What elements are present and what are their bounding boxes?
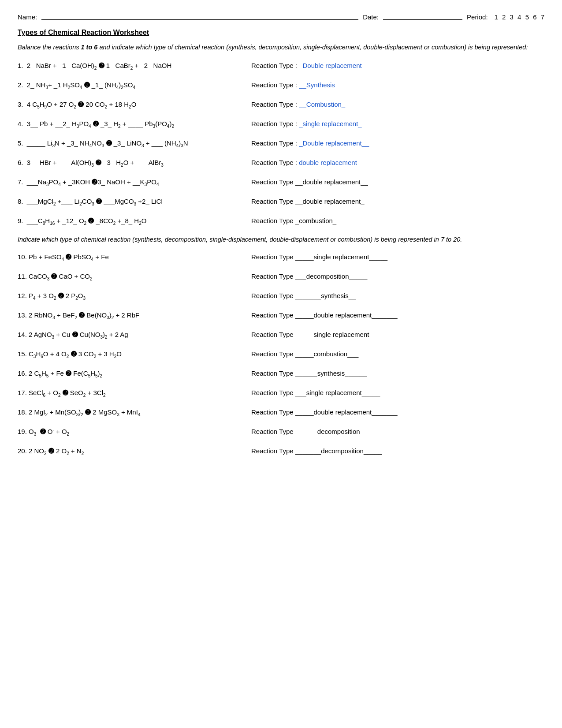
header: Name: Date: Period: 1 2 3 4 5 6 7 <box>18 13 544 21</box>
reaction-equation-5: 5. _____ Li3N + _3_ NH4NO3 ➋ _3_ LiNO3 +… <box>18 138 247 149</box>
reaction-equation-20: 20. 2 NO2 ➋ 2 O2 + N2 <box>18 446 247 457</box>
reaction-type-20: Reaction Type _______decomposition_____ <box>251 447 544 455</box>
reaction-equation-16: 16. 2 C5H5 + Fe ➋ Fe(C5H5)2 <box>18 368 247 380</box>
reaction-row-17: 17. SeCl6 + O2 ➋ SeO2 + 3Cl2 Reaction Ty… <box>18 388 544 399</box>
period-label: Period: <box>467 13 488 21</box>
reaction-equation-10: 10. Pb + FeSO4 ➋ PbSO4 + Fe <box>18 252 247 263</box>
reaction-equation-1: 1. 2_ NaBr + _1_ Ca(OH)2 ➋ 1_ CaBr2 + _2… <box>18 60 247 72</box>
reaction-type-8: Reaction Type __double replacement_ <box>251 198 544 205</box>
reaction-row-2: 2. 2_ NH3+ _1 H2SO4 ➋ _1_ (NH4)2SO4 Reac… <box>18 80 544 91</box>
reaction-row-15: 15. C3H6O + 4 O2 ➋ 3 CO2 + 3 H2O Reactio… <box>18 349 544 360</box>
reaction-type-10: Reaction Type _____single replacement___… <box>251 253 544 261</box>
reaction-row-7: 7. ___Na3PO4 + _3KOH ➋3_ NaOH + __K3PO4 … <box>18 177 544 188</box>
reaction-type-11: Reaction Type ___decomposition_____ <box>251 273 544 280</box>
reaction-equation-18: 18. 2 MgI2 + Mn(SO3)2 ➋ 2 MgSO3 + MnI4 <box>18 407 247 418</box>
reaction-type-3: Reaction Type : __Combustion_ <box>251 101 544 108</box>
reaction-equation-6: 6. 3__ HBr + ___ Al(OH)3 ➋ _3_ H2O + ___… <box>18 157 247 169</box>
date-line <box>383 19 462 20</box>
reaction-type-15: Reaction Type _____combustion___ <box>251 350 544 358</box>
reaction-row-1: 1. 2_ NaBr + _1_ Ca(OH)2 ➋ 1_ CaBr2 + _2… <box>18 60 544 72</box>
reaction-type-5: Reaction Type : _Double replacement__ <box>251 139 544 147</box>
reaction-type-17: Reaction Type ___single replacement_____ <box>251 389 544 396</box>
reaction-equation-2: 2. 2_ NH3+ _1 H2SO4 ➋ _1_ (NH4)2SO4 <box>18 80 247 91</box>
page-title: Types of Chemical Reaction Worksheet <box>18 29 544 37</box>
reaction-type-2: Reaction Type : __Synthesis <box>251 81 544 89</box>
reaction-equation-9: 9. ___C8H16 + _12_ O2 ➋ _8CO2 +_8_ H2O <box>18 216 247 227</box>
reaction-row-8: 8. ___MgCl2 +___ Li2CO3 ➋ ___MgCO3 +2_ L… <box>18 196 544 208</box>
reaction-row-6: 6. 3__ HBr + ___ Al(OH)3 ➋ _3_ H2O + ___… <box>18 157 544 169</box>
reaction-equation-4: 4. 3__ Pb + __2_ H3PO4 ➋ _3_ H2 + ____ P… <box>18 119 247 130</box>
reaction-type-1: Reaction Type : _Double replacement <box>251 62 544 69</box>
reaction-row-13: 13. 2 RbNO3 + BeF2 ➋ Be(NO3)2 + 2 RbF Re… <box>18 310 544 321</box>
reaction-equation-13: 13. 2 RbNO3 + BeF2 ➋ Be(NO3)2 + 2 RbF <box>18 310 247 321</box>
reaction-equation-14: 14. 2 AgNO3 + Cu ➋ Cu(NO3)2 + 2 Ag <box>18 329 247 341</box>
date-label: Date: <box>363 13 379 21</box>
reaction-type-7: Reaction Type __double replacement__ <box>251 178 544 186</box>
reaction-row-3: 3. 4 C5H9O + 27 O2 ➋ 20 CO2 + 18 H2O Rea… <box>18 99 544 111</box>
reaction-equation-11: 11. CaCO3 ➋ CaO + CO2 <box>18 271 247 283</box>
reaction-row-14: 14. 2 AgNO3 + Cu ➋ Cu(NO3)2 + 2 Ag React… <box>18 329 544 341</box>
reaction-row-20: 20. 2 NO2 ➋ 2 O2 + N2 Reaction Type ____… <box>18 446 544 457</box>
reaction-row-4: 4. 3__ Pb + __2_ H3PO4 ➋ _3_ H2 + ____ P… <box>18 119 544 130</box>
reaction-equation-3: 3. 4 C5H9O + 27 O2 ➋ 20 CO2 + 18 H2O <box>18 99 247 111</box>
reaction-equation-15: 15. C3H6O + 4 O2 ➋ 3 CO2 + 3 H2O <box>18 349 247 360</box>
reaction-row-11: 11. CaCO3 ➋ CaO + CO2 Reaction Type ___d… <box>18 271 544 283</box>
reaction-row-10: 10. Pb + FeSO4 ➋ PbSO4 + Fe Reaction Typ… <box>18 252 544 263</box>
period-options: 1 2 3 4 5 6 7 <box>492 13 544 21</box>
reaction-row-18: 18. 2 MgI2 + Mn(SO3)2 ➋ 2 MgSO3 + MnI4 R… <box>18 407 544 418</box>
reaction-type-14: Reaction Type _____single replacement___ <box>251 331 544 338</box>
reaction-equation-8: 8. ___MgCl2 +___ Li2CO3 ➋ ___MgCO3 +2_ L… <box>18 196 247 208</box>
reaction-row-5: 5. _____ Li3N + _3_ NH4NO3 ➋ _3_ LiNO3 +… <box>18 138 544 149</box>
reaction-row-12: 12. P4 + 3 O2 ➋ 2 P2O3 Reaction Type ___… <box>18 291 544 302</box>
reaction-equation-17: 17. SeCl6 + O2 ➋ SeO2 + 3Cl2 <box>18 388 247 399</box>
instructions-text: Balance the reactions 1 to 6 and indicat… <box>18 43 544 52</box>
reaction-type-18: Reaction Type _____double replacement___… <box>251 408 544 416</box>
reaction-type-19: Reaction Type ______decomposition_______ <box>251 428 544 435</box>
reaction-equation-7: 7. ___Na3PO4 + _3KOH ➋3_ NaOH + __K3PO4 <box>18 177 247 188</box>
reaction-type-16: Reaction Type ______synthesis______ <box>251 370 544 377</box>
reaction-type-13: Reaction Type _____double replacement___… <box>251 311 544 319</box>
name-line <box>41 19 358 20</box>
reaction-equation-12: 12. P4 + 3 O2 ➋ 2 P2O3 <box>18 291 247 302</box>
section2-instructions: Indicate which type of chemical reaction… <box>18 235 544 245</box>
reaction-equation-19: 19. O3 ➋ O- + O2 <box>18 426 247 438</box>
reaction-row-19: 19. O3 ➋ O- + O2 Reaction Type ______dec… <box>18 426 544 438</box>
reaction-row-16: 16. 2 C5H5 + Fe ➋ Fe(C5H5)2 Reaction Typ… <box>18 368 544 380</box>
reaction-type-6: Reaction Type : double replacement__ <box>251 159 544 166</box>
reaction-row-9: 9. ___C8H16 + _12_ O2 ➋ _8CO2 +_8_ H2O R… <box>18 216 544 227</box>
reaction-type-9: Reaction Type _combustion_ <box>251 217 544 224</box>
name-label: Name: <box>18 13 37 21</box>
reaction-type-4: Reaction Type : _single replacement_ <box>251 120 544 127</box>
reaction-type-12: Reaction Type _______synthesis__ <box>251 292 544 299</box>
